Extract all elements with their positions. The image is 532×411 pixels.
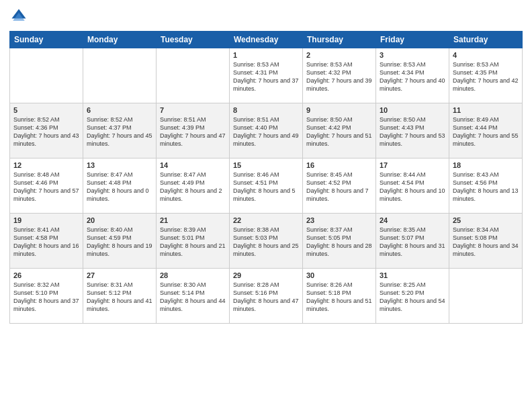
calendar-cell: 20Sunrise: 8:40 AM Sunset: 4:59 PM Dayli… [83, 214, 157, 269]
day-number: 5 [13, 106, 79, 114]
calendar-cell: 22Sunrise: 8:38 AM Sunset: 5:03 PM Dayli… [230, 214, 303, 269]
header [9, 7, 523, 26]
weekday-thursday: Thursday [303, 32, 376, 48]
cell-sun-info: Sunrise: 8:35 AM Sunset: 5:07 PM Dayligh… [380, 226, 445, 259]
calendar-cell: 19Sunrise: 8:41 AM Sunset: 4:58 PM Dayli… [10, 214, 83, 269]
cell-sun-info: Sunrise: 8:48 AM Sunset: 4:46 PM Dayligh… [13, 171, 79, 203]
weekday-monday: Monday [83, 32, 157, 48]
day-number: 26 [13, 271, 79, 279]
cell-sun-info: Sunrise: 8:53 AM Sunset: 4:34 PM Dayligh… [380, 60, 445, 93]
calendar-cell: 8Sunrise: 8:51 AM Sunset: 4:40 PM Daylig… [230, 103, 303, 158]
day-number: 10 [380, 106, 445, 114]
day-number: 18 [453, 161, 519, 169]
calendar-cell: 7Sunrise: 8:51 AM Sunset: 4:39 PM Daylig… [157, 103, 230, 158]
calendar-cell: 17Sunrise: 8:44 AM Sunset: 4:54 PM Dayli… [376, 158, 449, 214]
cell-sun-info: Sunrise: 8:52 AM Sunset: 4:37 PM Dayligh… [87, 116, 152, 148]
cell-sun-info: Sunrise: 8:53 AM Sunset: 4:35 PM Dayligh… [453, 60, 519, 93]
day-number: 20 [87, 216, 152, 224]
day-number: 17 [380, 161, 445, 169]
weekday-tuesday: Tuesday [157, 32, 230, 48]
calendar-cell [83, 48, 157, 103]
cell-sun-info: Sunrise: 8:41 AM Sunset: 4:58 PM Dayligh… [13, 226, 79, 259]
logo-icon [9, 7, 28, 26]
cell-sun-info: Sunrise: 8:32 AM Sunset: 5:10 PM Dayligh… [13, 281, 79, 314]
calendar-cell: 1Sunrise: 8:53 AM Sunset: 4:31 PM Daylig… [230, 48, 303, 103]
calendar-cell: 15Sunrise: 8:46 AM Sunset: 4:51 PM Dayli… [230, 158, 303, 214]
calendar-cell [10, 48, 83, 103]
cell-sun-info: Sunrise: 8:39 AM Sunset: 5:01 PM Dayligh… [160, 226, 226, 259]
day-number: 9 [306, 106, 372, 114]
day-number: 19 [13, 216, 79, 224]
day-number: 22 [233, 216, 299, 224]
cell-sun-info: Sunrise: 8:45 AM Sunset: 4:52 PM Dayligh… [306, 171, 372, 203]
calendar-cell: 6Sunrise: 8:52 AM Sunset: 4:37 PM Daylig… [83, 103, 157, 158]
day-number: 11 [453, 106, 519, 114]
cell-sun-info: Sunrise: 8:51 AM Sunset: 4:39 PM Dayligh… [160, 116, 226, 148]
cell-sun-info: Sunrise: 8:46 AM Sunset: 4:51 PM Dayligh… [233, 171, 299, 203]
cell-sun-info: Sunrise: 8:25 AM Sunset: 5:20 PM Dayligh… [380, 281, 445, 314]
calendar-cell: 23Sunrise: 8:37 AM Sunset: 5:05 PM Dayli… [303, 214, 376, 269]
weekday-friday: Friday [376, 32, 449, 48]
cell-sun-info: Sunrise: 8:52 AM Sunset: 4:36 PM Dayligh… [13, 116, 79, 148]
day-number: 8 [233, 106, 299, 114]
day-number: 13 [87, 161, 152, 169]
day-number: 28 [160, 271, 226, 279]
cell-sun-info: Sunrise: 8:53 AM Sunset: 4:31 PM Dayligh… [233, 60, 299, 93]
day-number: 21 [160, 216, 226, 224]
calendar-cell: 25Sunrise: 8:34 AM Sunset: 5:08 PM Dayli… [449, 214, 523, 269]
cell-sun-info: Sunrise: 8:31 AM Sunset: 5:12 PM Dayligh… [87, 281, 152, 314]
calendar-cell: 10Sunrise: 8:50 AM Sunset: 4:43 PM Dayli… [376, 103, 449, 158]
day-number: 30 [306, 271, 372, 279]
weekday-saturday: Saturday [449, 32, 523, 48]
day-number: 31 [380, 271, 445, 279]
calendar-cell: 29Sunrise: 8:28 AM Sunset: 5:16 PM Dayli… [230, 269, 303, 324]
day-number: 25 [453, 216, 519, 224]
calendar-cell: 26Sunrise: 8:32 AM Sunset: 5:10 PM Dayli… [10, 269, 83, 324]
day-number: 6 [87, 106, 152, 114]
calendar-cell: 2Sunrise: 8:53 AM Sunset: 4:32 PM Daylig… [303, 48, 376, 103]
day-number: 23 [306, 216, 372, 224]
calendar-cell: 9Sunrise: 8:50 AM Sunset: 4:42 PM Daylig… [303, 103, 376, 158]
cell-sun-info: Sunrise: 8:38 AM Sunset: 5:03 PM Dayligh… [233, 226, 299, 259]
calendar-cell: 27Sunrise: 8:31 AM Sunset: 5:12 PM Dayli… [83, 269, 157, 324]
weekday-wednesday: Wednesday [230, 32, 303, 48]
day-number: 2 [306, 51, 372, 59]
calendar-cell: 31Sunrise: 8:25 AM Sunset: 5:20 PM Dayli… [376, 269, 449, 324]
day-number: 27 [87, 271, 152, 279]
cell-sun-info: Sunrise: 8:43 AM Sunset: 4:56 PM Dayligh… [453, 171, 519, 203]
day-number: 3 [380, 51, 445, 59]
cell-sun-info: Sunrise: 8:26 AM Sunset: 5:18 PM Dayligh… [306, 281, 372, 314]
cell-sun-info: Sunrise: 8:34 AM Sunset: 5:08 PM Dayligh… [453, 226, 519, 259]
cell-sun-info: Sunrise: 8:50 AM Sunset: 4:43 PM Dayligh… [380, 116, 445, 148]
day-number: 29 [233, 271, 299, 279]
cell-sun-info: Sunrise: 8:47 AM Sunset: 4:49 PM Dayligh… [160, 171, 226, 203]
calendar-cell: 5Sunrise: 8:52 AM Sunset: 4:36 PM Daylig… [10, 103, 83, 158]
calendar-cell [449, 269, 523, 324]
cell-sun-info: Sunrise: 8:49 AM Sunset: 4:44 PM Dayligh… [453, 116, 519, 148]
calendar-cell: 12Sunrise: 8:48 AM Sunset: 4:46 PM Dayli… [10, 158, 83, 214]
cell-sun-info: Sunrise: 8:53 AM Sunset: 4:32 PM Dayligh… [306, 60, 372, 93]
calendar-cell: 28Sunrise: 8:30 AM Sunset: 5:14 PM Dayli… [157, 269, 230, 324]
calendar-cell [157, 48, 230, 103]
weekday-header-row: SundayMondayTuesdayWednesdayThursdayFrid… [10, 32, 523, 48]
cell-sun-info: Sunrise: 8:50 AM Sunset: 4:42 PM Dayligh… [306, 116, 372, 148]
calendar-cell: 30Sunrise: 8:26 AM Sunset: 5:18 PM Dayli… [303, 269, 376, 324]
cell-sun-info: Sunrise: 8:44 AM Sunset: 4:54 PM Dayligh… [380, 171, 445, 203]
cell-sun-info: Sunrise: 8:47 AM Sunset: 4:48 PM Dayligh… [87, 171, 152, 203]
week-row-1: 1Sunrise: 8:53 AM Sunset: 4:31 PM Daylig… [10, 48, 523, 103]
calendar-cell: 4Sunrise: 8:53 AM Sunset: 4:35 PM Daylig… [449, 48, 523, 103]
page: SundayMondayTuesdayWednesdayThursdayFrid… [0, 0, 532, 411]
calendar-cell: 24Sunrise: 8:35 AM Sunset: 5:07 PM Dayli… [376, 214, 449, 269]
day-number: 15 [233, 161, 299, 169]
calendar-cell: 18Sunrise: 8:43 AM Sunset: 4:56 PM Dayli… [449, 158, 523, 214]
logo [9, 7, 31, 26]
day-number: 14 [160, 161, 226, 169]
week-row-4: 19Sunrise: 8:41 AM Sunset: 4:58 PM Dayli… [10, 214, 523, 269]
day-number: 1 [233, 51, 299, 59]
calendar-cell: 3Sunrise: 8:53 AM Sunset: 4:34 PM Daylig… [376, 48, 449, 103]
day-number: 16 [306, 161, 372, 169]
week-row-2: 5Sunrise: 8:52 AM Sunset: 4:36 PM Daylig… [10, 103, 523, 158]
calendar-cell: 14Sunrise: 8:47 AM Sunset: 4:49 PM Dayli… [157, 158, 230, 214]
cell-sun-info: Sunrise: 8:28 AM Sunset: 5:16 PM Dayligh… [233, 281, 299, 314]
day-number: 12 [13, 161, 79, 169]
